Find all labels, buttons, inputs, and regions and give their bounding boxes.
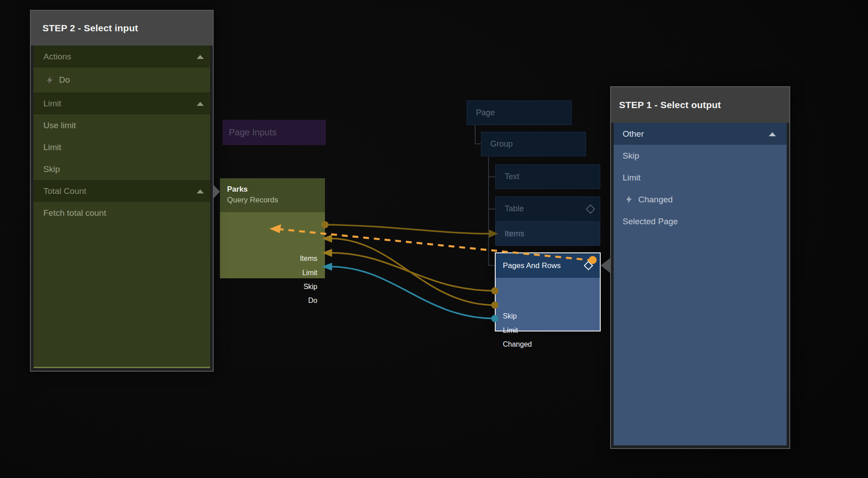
chevron-up-icon[interactable] — [197, 55, 204, 59]
input-section-actions[interactable]: Actions — [34, 46, 210, 67]
parks-node-title: Parks — [227, 184, 325, 195]
par-port-limit[interactable]: Limit — [503, 326, 518, 335]
par-port-changed[interactable]: Changed — [503, 340, 532, 349]
parks-port-skip[interactable]: Skip — [303, 282, 317, 291]
tree-node-text[interactable]: Text — [495, 164, 600, 189]
pages-and-rows-body: Skip Limit Changed — [496, 278, 600, 331]
tree-node-page[interactable]: Page — [467, 101, 572, 125]
lightning-icon — [47, 76, 53, 84]
parks-node-body: Items Limit Skip Do — [220, 212, 325, 278]
left-panel-pointer-icon — [213, 184, 220, 199]
input-section-limit[interactable]: Limit — [34, 92, 210, 114]
tree-node-table[interactable]: Table — [495, 197, 600, 221]
diamond-icon — [584, 261, 593, 270]
page-inputs-node[interactable]: Page Inputs — [223, 120, 326, 145]
parks-port-limit[interactable]: Limit — [302, 268, 317, 277]
tree-node-group[interactable]: Group — [481, 132, 586, 156]
parks-query-node[interactable]: Parks Query Records Items Limit Skip Do — [220, 178, 325, 278]
parks-port-items[interactable]: Items — [300, 254, 317, 263]
output-item-skip[interactable]: Skip — [614, 145, 787, 167]
pages-and-rows-node[interactable]: Pages And Rows Skip Limit Changed — [495, 252, 601, 331]
pages-and-rows-header[interactable]: Pages And Rows — [496, 253, 600, 278]
wire-skip[interactable] — [331, 253, 495, 291]
select-output-panel: STEP 1 - Select output Other Skip Limit … — [610, 86, 790, 449]
input-item-fetch-total-count[interactable]: Fetch total count — [34, 202, 210, 224]
input-item-limit[interactable]: Limit — [34, 136, 210, 158]
output-item-limit[interactable]: Limit — [614, 167, 787, 189]
select-output-panel-title: STEP 1 - Select output — [611, 87, 789, 123]
select-input-list: Actions Do Limit Use limit Limit Skip To… — [34, 46, 210, 368]
diamond-icon — [586, 205, 595, 214]
right-panel-pointer-icon — [601, 258, 610, 273]
select-input-panel-title: STEP 2 - Select input — [31, 11, 213, 46]
output-list-empty-area — [614, 232, 787, 445]
output-section-other[interactable]: Other — [614, 123, 787, 145]
wire-limit[interactable] — [331, 239, 495, 305]
wire-changed[interactable] — [331, 267, 495, 319]
parks-port-do[interactable]: Do — [308, 296, 317, 305]
chevron-up-icon[interactable] — [197, 102, 204, 106]
wire-items[interactable] — [325, 225, 490, 234]
input-item-use-limit[interactable]: Use limit — [34, 114, 210, 136]
chevron-up-icon[interactable] — [769, 132, 776, 136]
parks-node-header: Parks Query Records — [220, 178, 325, 212]
lightning-icon — [626, 196, 632, 203]
select-input-panel: STEP 2 - Select input Actions Do Limit U… — [30, 10, 214, 372]
input-item-do[interactable]: Do — [34, 67, 210, 92]
select-output-list: Other Skip Limit Changed Selected Page — [614, 123, 787, 445]
chevron-up-icon[interactable] — [197, 189, 204, 193]
input-section-total-count[interactable]: Total Count — [34, 180, 210, 202]
output-item-changed[interactable]: Changed — [614, 189, 787, 210]
par-port-skip[interactable]: Skip — [503, 312, 517, 321]
input-list-empty-area — [34, 224, 210, 367]
input-item-skip[interactable]: Skip — [34, 158, 210, 180]
tree-node-items[interactable]: Items — [495, 222, 600, 246]
parks-node-subtitle: Query Records — [227, 195, 325, 205]
output-item-selected-page[interactable]: Selected Page — [614, 210, 787, 232]
